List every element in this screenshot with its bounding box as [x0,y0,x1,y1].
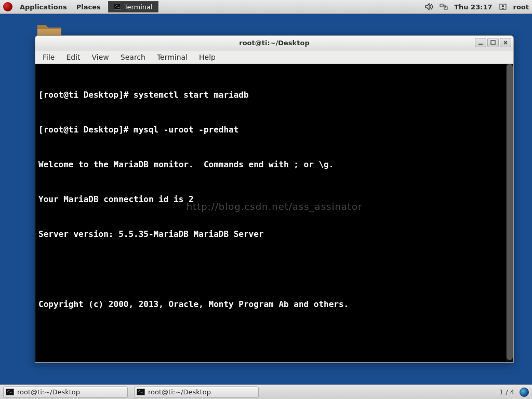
titlebar[interactable]: root@ti:~/Desktop [35,36,513,50]
applications-menu[interactable]: Applications [16,3,71,11]
workspace-indicator[interactable]: 1 / 4 [499,388,514,396]
terminal-body[interactable]: [root@ti Desktop]# systemctl start maria… [35,64,513,362]
close-button[interactable] [500,38,511,47]
bottom-right: 1 / 4 [499,388,529,397]
network-icon[interactable] [440,3,448,10]
scroll-thumb[interactable] [507,64,513,360]
panel-left: Applications Places Terminal [3,1,158,12]
svg-point-3 [502,5,504,7]
top-panel: Applications Places Terminal Thu 23:17 r… [0,0,532,14]
places-menu[interactable]: Places [72,3,105,11]
task-label: root@ti:~/Desktop [17,388,80,396]
menu-terminal[interactable]: Terminal [152,52,193,62]
terminal-launcher[interactable]: Terminal [108,1,158,12]
terminal-line: ​ [38,264,510,275]
svg-rect-4 [478,44,483,45]
user-icon[interactable] [499,3,507,10]
svg-rect-1 [444,7,447,9]
terminal-line: Copyright (c) 2000, 2013, Oracle, Monty … [38,299,510,310]
menu-edit[interactable]: Edit [61,52,85,62]
terminal-line: ​ [38,334,510,345]
volume-icon[interactable] [425,3,433,10]
menu-search[interactable]: Search [115,52,151,62]
terminal-line: [root@ti Desktop]# systemctl start maria… [38,89,510,101]
svg-rect-0 [440,4,443,7]
launcher-label: Terminal [124,3,153,11]
terminal-line: Server version: 5.5.35-MariaDB MariaDB S… [38,229,510,240]
taskbar-item[interactable]: root@ti:~/Desktop [134,387,259,398]
svg-rect-5 [491,41,495,45]
scrollbar[interactable] [506,64,513,362]
user-label[interactable]: root [513,3,529,11]
terminal-icon [114,4,121,10]
terminal-line: Welcome to the MariaDB monitor. Commands… [38,159,510,170]
menu-help[interactable]: Help [194,52,221,62]
panel-right: Thu 23:17 root [425,3,529,11]
taskbar-item[interactable]: root@ti:~/Desktop [3,387,128,398]
maximize-button[interactable] [487,38,499,47]
menu-file[interactable]: File [37,52,60,62]
terminal-icon [137,389,145,395]
window-controls [475,38,511,47]
minimize-button[interactable] [475,38,486,47]
terminal-line: [root@ti Desktop]# mysql -uroot -predhat [38,124,510,136]
distro-icon[interactable] [3,2,12,11]
terminal-line: Your MariaDB connection id is 2 [38,194,510,205]
menubar: File Edit View Search Terminal Help [35,50,513,64]
window-title: root@ti:~/Desktop [239,39,309,47]
bottom-panel: root@ti:~/Desktop root@ti:~/Desktop 1 / … [0,384,532,399]
menu-view[interactable]: View [87,52,114,62]
task-label: root@ti:~/Desktop [148,388,211,396]
show-desktop-icon[interactable] [520,388,529,397]
terminal-window: root@ti:~/Desktop File Edit View Search … [35,35,514,363]
clock[interactable]: Thu 23:17 [454,3,492,11]
terminal-icon [6,389,14,395]
